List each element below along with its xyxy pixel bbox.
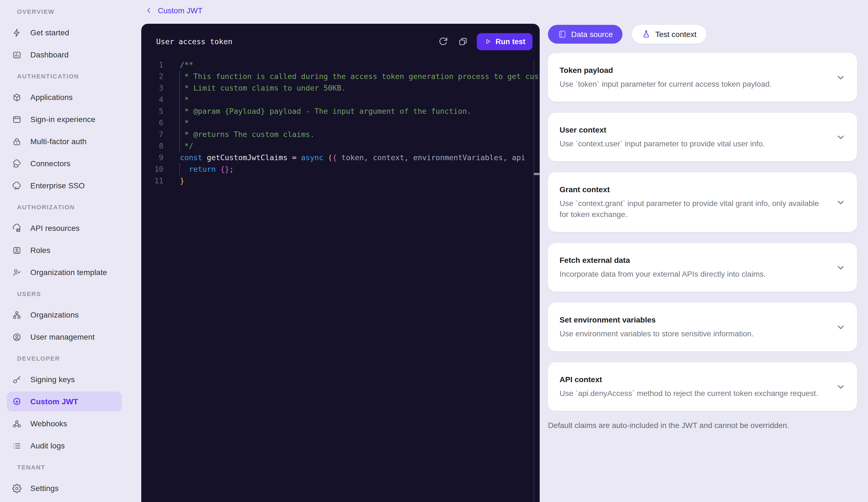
user-check-icon [12,268,21,277]
line-number: 8 [141,140,163,152]
sidebar-item-dashboard[interactable]: Dashboard [7,45,122,64]
card-token-payload[interactable]: Token payloadUse `token` input parameter… [548,53,857,102]
tab-test-context-label: Test context [655,30,696,39]
line-numbers: 1234567891011 [141,59,163,187]
sidebar-item-organizations[interactable]: Organizations [7,305,122,325]
card-title: Set environment variables [559,314,826,326]
sidebar-item-user-management[interactable]: User management [7,327,122,347]
sidebar-item-label: Audit logs [30,441,65,450]
card-title: Grant context [559,183,826,195]
chevron-down-icon[interactable] [836,263,845,272]
code-line: * [180,117,540,129]
sidebar-item-settings[interactable]: Settings [7,478,122,498]
panel-tabs: Data source Test context [548,25,857,44]
sidebar-item-label: Organizations [30,310,79,319]
book-icon [558,30,567,39]
code-line: * Limit custom claims to under 50KB. [180,82,540,94]
chevron-left-icon [145,7,153,14]
line-number: 9 [141,152,163,163]
sidebar-item-api-resources[interactable]: API resources [7,218,122,238]
sidebar-item-organization-template[interactable]: Organization template [7,262,122,282]
badge-plus-icon [12,397,21,406]
chevron-down-icon[interactable] [836,198,845,207]
sidebar-item-audit-logs[interactable]: Audit logs [7,436,122,455]
chevron-down-icon[interactable] [836,132,845,142]
sidebar-item-webhooks[interactable]: Webhooks [7,414,122,433]
chevron-down-icon[interactable] [836,322,845,332]
sidebar-item-sign-in-experience[interactable]: Sign-in experience [7,109,122,129]
tab-data-source[interactable]: Data source [548,25,623,44]
card-title: API context [559,373,826,385]
card-description: Incorporate data from your external APIs… [559,268,826,279]
sidebar-item-custom-jwt[interactable]: Custom JWT [7,392,122,411]
editor-title: User access token [156,37,428,46]
sidebar-item-label: Custom JWT [30,397,78,406]
code-line: * This function is called during the acc… [180,71,540,82]
scrollbar-track [534,60,534,502]
sidebar-item-multi-factor-auth[interactable]: Multi-factor auth [7,131,122,151]
sidebar-item-roles[interactable]: Roles [7,240,122,260]
sidebar-item-label: Multi-factor auth [30,137,87,146]
sidebar-item-label: API resources [30,224,80,232]
card-fetch-external-data[interactable]: Fetch external dataIncorporate data from… [548,243,857,292]
card-description: Use `token` input parameter for current … [559,78,826,89]
sidebar-item-label: Connectors [30,159,70,168]
editor-header: User access token Run test [141,24,540,59]
sidebar-item-label: Dashboard [30,50,69,59]
gear-icon [12,483,21,493]
run-test-button[interactable]: Run test [477,33,533,50]
code-lines: /** * This function is called during the… [180,59,540,187]
card-title: User context [559,124,826,136]
code-line: * [180,94,540,106]
sidebar-item-enterprise-sso[interactable]: Enterprise SSO [7,175,122,195]
box-icon [12,92,21,102]
tab-test-context[interactable]: Test context [632,25,706,44]
card-grant-context[interactable]: Grant contextUse `context.grant` input p… [548,172,857,232]
breadcrumb-label: Custom JWT [158,6,203,15]
sidebar-item-label: Get started [30,28,69,37]
sidebar-section-header: TENANT [7,458,122,476]
sidebar-item-get-started[interactable]: Get started [7,23,122,42]
play-icon [484,38,492,45]
sitemap-icon [12,310,21,320]
code-editor-panel: User access token Run test 1234567891011… [141,24,540,502]
line-number: 2 [141,71,163,82]
scrollbar-thumb[interactable] [534,173,540,175]
sidebar-section-header: AUTHORIZATION [7,198,122,217]
sidebar-item-label: User management [30,332,95,341]
webhook-icon [12,419,21,428]
breadcrumb-back-link[interactable]: Custom JWT [145,5,203,16]
card-description: Use environment variables to store sensi… [559,328,826,339]
line-number: 4 [141,94,163,106]
user-circle-icon [12,332,21,342]
data-source-cards: Token payloadUse `token` input parameter… [548,53,857,411]
sidebar-item-label: Sign-in experience [30,115,95,124]
card-user-context[interactable]: User contextUse `context.user` input par… [548,113,857,161]
sidebar-item-applications[interactable]: Applications [7,87,122,107]
key-icon [12,375,21,384]
code-line: const getCustomJwtClaims = async ({ toke… [180,152,540,163]
browser-icon [12,114,21,124]
dashboard-icon [12,50,21,59]
sidebar-item-connectors[interactable]: Connectors [7,153,122,173]
copy-icon[interactable] [458,37,468,47]
refresh-icon[interactable] [438,37,448,47]
line-number: 10 [141,163,163,175]
code-line: * @returns The custom claims. [180,129,540,140]
list-icon [12,441,21,450]
zap-icon [12,28,21,37]
card-api-context[interactable]: API contextUse `api.denyAccess` method t… [548,362,857,411]
code-area[interactable]: 1234567891011 /** * This function is cal… [141,59,540,502]
sidebar-item-label: Enterprise SSO [30,181,85,190]
card-title: Token payload [559,64,826,76]
sidebar-item-signing-keys[interactable]: Signing keys [7,370,122,389]
chevron-down-icon[interactable] [836,73,845,82]
line-number: 7 [141,129,163,140]
code-line: /** [180,59,540,71]
id-card-icon [12,245,21,255]
line-number: 3 [141,82,163,94]
line-number: 6 [141,117,163,129]
chevron-down-icon[interactable] [836,382,845,392]
sidebar-section-header: DEVELOPER [7,349,122,368]
card-set-environment-variables[interactable]: Set environment variablesUse environment… [548,303,857,351]
